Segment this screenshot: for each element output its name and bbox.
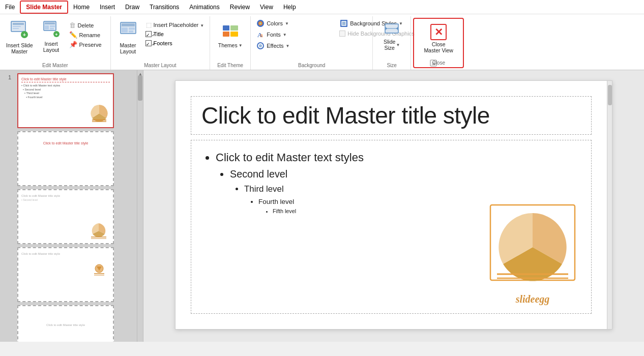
- themes-button[interactable]: Themes ▼: [215, 18, 246, 54]
- master-layout-icon: [120, 20, 137, 41]
- menu-transitions[interactable]: Transitions: [144, 2, 184, 13]
- svg-rect-20: [230, 25, 238, 31]
- menu-file[interactable]: File: [0, 2, 20, 13]
- close-master-view-icon: ✕: [430, 24, 447, 40]
- thumb-3-body: • Second level: [21, 198, 110, 201]
- slide-thumbnail-4[interactable]: Click to edit Master title style: [17, 247, 114, 302]
- slide-number-1: 1: [8, 74, 15, 80]
- master-layout-group-label: Master Layout: [144, 63, 176, 68]
- preserve-button[interactable]: 📌 Preserve: [67, 40, 107, 49]
- scroll-up-arrow[interactable]: ▲: [138, 72, 142, 76]
- edit-master-group-label: Edit Master: [42, 63, 68, 68]
- svg-rect-19: [223, 32, 229, 37]
- insert-placeholder-button[interactable]: ⬚ Insert Placeholder ▼: [143, 20, 207, 29]
- ribbon-group-edit-master: + Insert SlideMaster +: [0, 16, 111, 70]
- svg-text:+: +: [23, 32, 26, 38]
- svg-rect-1: [13, 23, 24, 25]
- ribbon-group-edit-theme: Themes ▼ Edit Theme: [210, 16, 251, 70]
- thumb-3-pie: [89, 222, 109, 240]
- insert-slide-master-icon: +: [10, 20, 28, 41]
- svg-rect-21: [230, 32, 238, 37]
- slide-size-button[interactable]: SlideSize ▼: [376, 18, 407, 54]
- slide-body-text: Click to edit Master text styles Second …: [201, 149, 474, 305]
- fonts-icon: A a: [256, 31, 265, 39]
- menu-help[interactable]: Help: [278, 2, 301, 13]
- menu-review[interactable]: Review: [225, 2, 255, 13]
- menu-view[interactable]: View: [255, 2, 278, 13]
- colors-label: Colors: [267, 20, 283, 26]
- svg-rect-8: [45, 25, 49, 29]
- svg-rect-16: [129, 27, 135, 30]
- main-area: 1 Click to edit Master title style • Cli…: [0, 70, 644, 342]
- effects-icon: [256, 42, 265, 50]
- themes-dd-arrow: ▼: [239, 43, 243, 48]
- slide-pie-area: slideegg: [484, 149, 581, 305]
- insert-slide-master-label: Insert SlideMaster: [6, 42, 33, 54]
- footers-checkbox-item[interactable]: ✓ Footers: [143, 39, 207, 48]
- thumb-3-title-label: Click to edit Master title style: [21, 194, 110, 197]
- svg-rect-15: [122, 27, 128, 33]
- slide-thumb-4[interactable]: Click to edit Master title style: [17, 247, 134, 302]
- svg-rect-2: [13, 26, 21, 27]
- delete-button[interactable]: 🗑 Delete: [67, 20, 107, 30]
- ribbon-group-background: Colors ▼ A a Fonts ▼ Effects ▼: [251, 16, 373, 70]
- slide-body-area[interactable]: Click to edit Master text styles Second …: [191, 140, 592, 314]
- menu-home[interactable]: Home: [68, 2, 95, 13]
- footers-check-label: Footers: [154, 40, 172, 46]
- menu-insert[interactable]: Insert: [95, 2, 120, 13]
- slide-thumb-2[interactable]: Click to edit Master title style: [17, 131, 134, 186]
- svg-rect-3: [13, 28, 19, 29]
- slide-pie-chart: [489, 204, 576, 290]
- slide-title-area[interactable]: Click to edit Master title style: [191, 96, 592, 135]
- insert-layout-label: InsertLayout: [43, 41, 60, 53]
- slide-size-icon: [384, 21, 399, 38]
- close-master-view-button[interactable]: ✕ CloseMaster View: [418, 21, 459, 56]
- ribbon-group-close: ✕ CloseMaster View Close: [413, 18, 464, 68]
- slide-thumb-5[interactable]: Click to edit Master title style: [17, 305, 134, 342]
- svg-rect-18: [223, 25, 229, 31]
- size-group-label: Size: [387, 63, 396, 68]
- delete-icon: 🗑: [69, 21, 76, 29]
- ribbon-group-master-layout: MasterLayout ⬚ Insert Placeholder ▼ ✓ Ti…: [111, 16, 211, 70]
- ribbon-group-size: SlideSize ▼ Size: [373, 16, 411, 70]
- svg-rect-17: [129, 31, 133, 33]
- fonts-dd-arrow: ▼: [283, 33, 287, 37]
- slide-thumbnail-3[interactable]: Click to edit Master title style • Secon…: [17, 189, 114, 244]
- thumb-1-body: • Click to edit Master text styles • Sec…: [21, 84, 110, 100]
- master-layout-button[interactable]: MasterLayout: [114, 18, 142, 56]
- thumb-1-title: Click to edit Master title style: [21, 77, 110, 82]
- canvas-scrollbar[interactable]: [607, 81, 612, 329]
- background-group-label: Background: [298, 63, 325, 68]
- svg-text:a: a: [260, 33, 263, 38]
- slide-thumbnail-5[interactable]: Click to edit Master title style: [17, 305, 114, 342]
- body-level-4: Fourth level: [258, 196, 474, 207]
- effects-dd-arrow: ▼: [286, 44, 290, 48]
- rename-label: Rename: [79, 32, 101, 38]
- effects-label: Effects: [267, 43, 283, 49]
- preserve-icon: 📌: [69, 41, 77, 48]
- body-level-5: Fifth level: [273, 207, 474, 216]
- colors-icon: [256, 19, 265, 27]
- slide-thumb-1[interactable]: 1 Click to edit Master title style • Cli…: [8, 73, 134, 128]
- insert-slide-master-button[interactable]: + Insert SlideMaster: [3, 18, 36, 56]
- slide-thumbnail-1[interactable]: Click to edit Master title style • Click…: [17, 73, 114, 128]
- rename-button[interactable]: ✏️ Rename: [67, 30, 107, 40]
- menu-draw[interactable]: Draw: [120, 2, 144, 13]
- menu-animations[interactable]: Animations: [184, 2, 224, 13]
- close-group-label: Close: [432, 60, 445, 66]
- colors-dd-arrow: ▼: [285, 21, 289, 26]
- effects-button[interactable]: Effects ▼: [254, 41, 369, 51]
- body-level-3: Third level: [244, 183, 474, 196]
- menu-slide-master[interactable]: Slide Master: [20, 1, 68, 14]
- title-checkbox-item[interactable]: ✓ Title: [143, 29, 207, 39]
- slide-thumb-3[interactable]: Click to edit Master title style • Secon…: [17, 189, 134, 244]
- title-check-label: Title: [154, 31, 164, 37]
- slide-thumbnail-2[interactable]: Click to edit Master title style: [17, 131, 114, 186]
- canvas-scrollbar-thumb: [608, 85, 612, 105]
- slide-size-label: SlideSize: [384, 39, 395, 51]
- slide-canvas: Click to edit Master title style Click t…: [175, 80, 612, 330]
- insert-placeholder-label: Insert Placeholder ▼: [154, 22, 204, 28]
- body-level-1: Click to edit Master text styles: [216, 149, 474, 166]
- insert-layout-button[interactable]: + InsertLayout: [37, 18, 66, 55]
- panel-scrollbar[interactable]: ▲: [137, 70, 143, 342]
